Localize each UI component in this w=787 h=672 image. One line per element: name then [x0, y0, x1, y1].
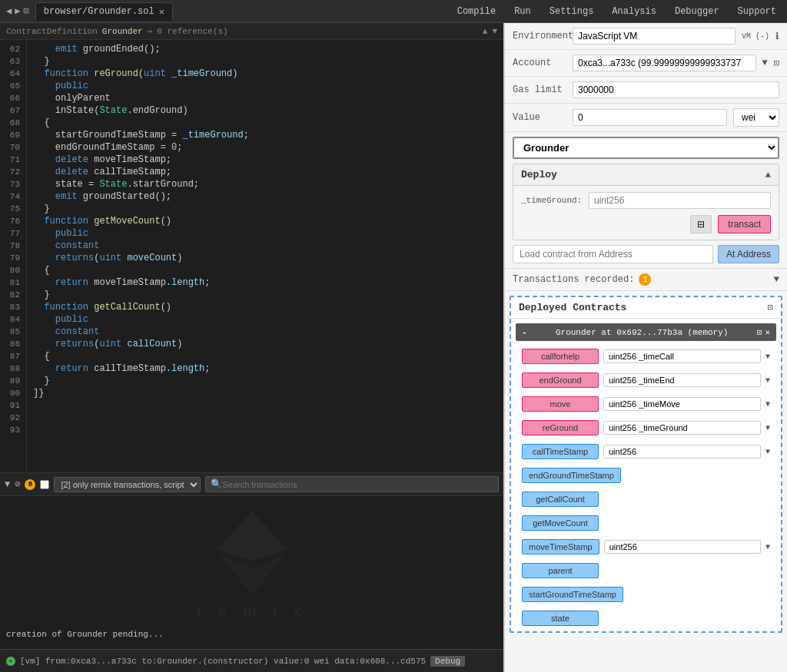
deployed-panel: Deployed Contracts ⊡ - Grounder at 0x692… [510, 296, 782, 633]
at-address-button[interactable]: At Address [718, 245, 779, 263]
gas-limit-input[interactable] [573, 81, 779, 98]
fn-button[interactable]: callforhelp [522, 349, 599, 364]
fn-chevron-icon[interactable]: ▼ [765, 400, 770, 409]
fn-button[interactable]: callTimeStamp [522, 444, 599, 459]
function-row: parent [516, 560, 776, 581]
fn-button[interactable]: move [522, 396, 599, 412]
debug-button[interactable]: Debug [430, 656, 465, 667]
fn-param-input[interactable] [603, 349, 761, 363]
env-input[interactable] [573, 28, 736, 45]
instance-icons: ⊡ ✕ [757, 327, 770, 337]
function-row: state [516, 607, 776, 629]
menu-compile[interactable]: Compile [453, 5, 500, 18]
fn-button[interactable]: getMoveCount [522, 515, 599, 531]
value-row: Value wei [505, 104, 787, 132]
stop-icon[interactable]: ⊘ [15, 478, 20, 490]
creation-status: creation of Grounder pending... [6, 628, 497, 641]
deploy-body: _timeGround: ⊟ transact [513, 186, 779, 240]
info-icon[interactable]: ℹ [775, 31, 779, 42]
fn-param-input[interactable] [603, 397, 761, 411]
function-row: getMoveCount [516, 512, 776, 534]
menu-run[interactable]: Run [510, 5, 536, 18]
transact-button[interactable]: transact [718, 215, 771, 233]
time-ground-label: _timeGround: [521, 196, 583, 205]
deploy-collapse-icon[interactable]: ▲ [765, 170, 771, 180]
tx-recorded-expand[interactable]: ▼ [774, 274, 779, 285]
fn-button[interactable]: reGround [522, 420, 599, 435]
vm-settings-icon[interactable]: VM (-) [742, 32, 769, 41]
fn-button[interactable]: getCallCount [522, 492, 599, 507]
fn-param-input[interactable] [604, 540, 761, 554]
menu-analysis[interactable]: Analysis [607, 5, 661, 18]
menu-settings[interactable]: Settings [545, 5, 599, 18]
tx-badge: 0 [25, 479, 35, 490]
function-row: callforhelp▼ [516, 346, 776, 367]
arrow-down-icon[interactable]: ▼ [5, 479, 10, 490]
fn-chevron-icon[interactable]: ▼ [765, 353, 770, 361]
value-label: Value [513, 112, 566, 123]
contract-select[interactable]: Grounder [513, 137, 779, 159]
function-row: endGround▼ [516, 369, 776, 391]
account-input[interactable] [573, 55, 756, 71]
deployed-copy-icon[interactable]: ⊡ [768, 302, 773, 313]
nav-back[interactable]: ◀ [6, 5, 12, 17]
fn-button[interactable]: endGroundTimeStamp [522, 468, 621, 483]
tx-recorded-row: Transactions recorded: 1 ▼ [505, 268, 787, 291]
function-row: endGroundTimeStamp [516, 465, 776, 486]
load-contract-input[interactable] [513, 245, 713, 263]
fn-chevron-icon[interactable]: ▼ [765, 424, 770, 432]
tx-filter-select[interactable]: [2] only remix transactions, script [54, 477, 201, 492]
fn-chevron-icon[interactable]: ▼ [765, 448, 770, 456]
fn-button[interactable]: moveTimeStamp [522, 539, 599, 554]
fn-param-input[interactable] [603, 445, 761, 458]
account-copy-icon[interactable]: ⊡ [774, 58, 779, 69]
instance-close-icon[interactable]: ✕ [765, 327, 770, 337]
value-unit-select[interactable]: wei [733, 108, 779, 127]
editor-tab[interactable]: browser/Grounder.sol ✕ [35, 2, 173, 21]
expand-icon[interactable]: ▼ [492, 27, 497, 36]
contract-instance-row: - Grounder at 0x692...77b3a (memory) ⊡ ✕ [516, 323, 776, 341]
menu-debugger[interactable]: Debugger [670, 5, 724, 18]
main-layout: ContractDefinition Grounder ⇒ 0 referenc… [0, 23, 787, 672]
menu-support[interactable]: Support [733, 5, 781, 18]
function-list: callforhelp▼endGround▼move▼reGround▼call… [511, 346, 781, 629]
svg-marker-0 [218, 511, 287, 561]
terminal-footer: ● [vm] from:0xca3...a733c to:Grounder.(c… [0, 649, 503, 672]
deploy-section: Deploy ▲ _timeGround: ⊟ transact [513, 164, 779, 240]
load-contract-row: At Address [513, 245, 779, 263]
fn-param-input[interactable] [603, 421, 761, 435]
tab-close[interactable]: ✕ [159, 6, 164, 18]
function-row: getCallCount [516, 488, 776, 510]
nav-forward[interactable]: ▶ [15, 5, 20, 17]
deploy-title: Deploy [521, 169, 557, 180]
fn-button[interactable]: endGround [522, 372, 599, 388]
left-panel: ContractDefinition Grounder ⇒ 0 referenc… [0, 23, 503, 672]
search-bar: 🔍 [205, 476, 499, 492]
instance-name: Grounder at 0x692...77b3a (memory) [532, 328, 752, 337]
fn-button[interactable]: parent [522, 563, 599, 578]
env-label: Environment [513, 31, 566, 41]
instance-copy-icon[interactable]: ⊡ [757, 327, 762, 337]
record-button[interactable]: ⊟ [690, 215, 712, 233]
remix-label: r e m i x [6, 603, 497, 621]
instance-collapse[interactable]: - [522, 328, 527, 337]
time-ground-input[interactable] [589, 192, 771, 209]
right-panel: Environment VM (-) ℹ Account ▼ ⊡ Gas lim… [503, 23, 787, 672]
tx-recorded-text: Transactions recorded: 1 [513, 273, 651, 286]
value-input[interactable] [573, 109, 727, 126]
fn-param-input[interactable] [603, 373, 761, 387]
search-input[interactable] [222, 480, 493, 489]
deploy-header: Deploy ▲ [513, 164, 779, 186]
editor-content[interactable]: emit groundEnded(); } function reGround(… [27, 40, 503, 472]
fn-chevron-icon[interactable]: ▼ [765, 376, 770, 385]
deployed-title: Deployed Contracts [519, 302, 626, 313]
menu-bar: Compile Run Settings Analysis Debugger S… [453, 5, 781, 18]
contract-name: Grounder [102, 27, 143, 36]
fn-button[interactable]: state [522, 611, 599, 626]
fn-button[interactable]: startGroundTimeStamp [522, 587, 623, 602]
collapse-icon[interactable]: ▲ [483, 27, 488, 36]
contract-header: ContractDefinition Grounder ⇒ 0 referenc… [0, 23, 503, 40]
remix-tx-checkbox[interactable] [40, 480, 49, 489]
account-dropdown-icon[interactable]: ▼ [762, 58, 768, 68]
fn-chevron-icon[interactable]: ▼ [765, 543, 770, 551]
